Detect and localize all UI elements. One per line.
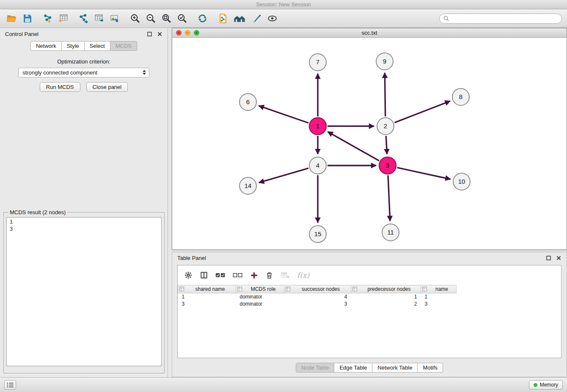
tab-mcds[interactable]: MCDS (110, 41, 137, 51)
graph-node-7[interactable]: 7 (309, 54, 326, 71)
graph-edge-2-3[interactable] (386, 136, 387, 154)
function-builder-button[interactable]: f(x) (297, 271, 309, 279)
tab-network[interactable]: Network (30, 41, 62, 51)
graph-node-3[interactable]: 3 (379, 157, 396, 174)
tab-node-table[interactable]: Node Table (296, 363, 335, 373)
tab-edge-table[interactable]: Edge Table (334, 363, 372, 373)
graph-edge-4-14[interactable] (259, 168, 308, 182)
select-all-button[interactable] (215, 272, 226, 278)
zoom-out-button[interactable] (144, 12, 157, 25)
float-panel-icon[interactable] (147, 31, 152, 37)
svg-text:4: 4 (316, 162, 319, 169)
column-header-name[interactable]: name (421, 285, 457, 293)
table-row[interactable]: 3dominator323 (178, 301, 457, 308)
export-network-button[interactable] (77, 12, 90, 25)
network-window-titlebar[interactable]: × − + scc.txt (172, 28, 567, 38)
style-brush-icon (251, 13, 262, 24)
table-settings-button[interactable] (184, 271, 193, 279)
close-window-icon[interactable]: × (176, 30, 182, 36)
table-row[interactable]: 1dominator411 (178, 293, 457, 301)
graph-node-8[interactable]: 8 (452, 88, 469, 105)
export-image-button[interactable] (108, 12, 121, 25)
table-cell[interactable]: 1 (421, 293, 457, 301)
table-cell[interactable]: dominator (236, 301, 284, 308)
zoom-fit-button[interactable] (160, 12, 173, 25)
delete-table-button[interactable] (281, 271, 290, 279)
graph-node-9[interactable]: 9 (376, 53, 393, 70)
trash-icon (265, 271, 273, 279)
graph-node-14[interactable]: 14 (239, 177, 256, 194)
table-cell[interactable]: 1 (351, 293, 421, 301)
refresh-view-button[interactable] (196, 12, 209, 25)
zoom-window-icon[interactable]: + (194, 30, 199, 36)
float-table-panel-icon[interactable] (546, 255, 551, 261)
graph-node-4[interactable]: 4 (309, 157, 326, 174)
export-table-icon (94, 13, 105, 24)
network-view-window: × − + scc.txt 7968124314101511 (172, 28, 567, 250)
unselect-all-icon (233, 272, 243, 278)
clone-network-button[interactable] (216, 12, 229, 25)
save-session-button[interactable] (21, 12, 33, 25)
graph-edge-3-1[interactable] (328, 132, 379, 160)
run-mcds-button[interactable]: Run MCDS (40, 82, 80, 92)
column-header-predecessor-nodes[interactable]: predecessor nodes (351, 285, 421, 293)
table-cell[interactable]: 3 (284, 301, 351, 308)
graph-edge-2-8[interactable] (394, 101, 450, 123)
table-cell[interactable]: 4 (284, 293, 351, 301)
import-table-button[interactable] (57, 12, 69, 25)
search-box[interactable] (439, 14, 562, 24)
column-header-shared-name[interactable]: shared name (178, 285, 236, 293)
delete-row-button[interactable] (265, 271, 273, 279)
result-item[interactable]: 3 (10, 225, 158, 232)
graph-node-15[interactable]: 15 (309, 226, 326, 243)
graph-node-2[interactable]: 2 (377, 118, 394, 135)
export-table-button[interactable] (93, 12, 105, 25)
show-columns-button[interactable] (200, 271, 208, 279)
control-panel-header: Control Panel (0, 28, 168, 40)
zoom-selected-button[interactable] (176, 12, 188, 25)
graph-edge-1-6[interactable] (259, 106, 309, 123)
close-panel-button[interactable]: Close panel (86, 82, 128, 92)
control-panel-tabs: NetworkStyleSelectMCDS (0, 41, 168, 51)
column-header-mcds-role[interactable]: MCDS role (236, 285, 284, 293)
svg-text:7: 7 (316, 58, 319, 66)
network-graph[interactable]: 7968124314101511 (172, 38, 567, 250)
zoom-in-button[interactable] (129, 12, 141, 25)
close-table-panel-icon[interactable] (556, 255, 561, 261)
import-network-button[interactable] (41, 12, 54, 25)
tab-motifs[interactable]: Motifs (418, 363, 443, 373)
task-history-button[interactable] (4, 380, 16, 389)
graph-node-6[interactable]: 6 (239, 94, 256, 110)
result-item[interactable]: 1 (10, 218, 158, 225)
optimization-select[interactable]: strongly connected component (18, 68, 149, 77)
column-header-successor-nodes[interactable]: successor nodes (284, 285, 351, 293)
table-cell[interactable]: dominator (236, 293, 284, 301)
table-cell[interactable]: 3 (421, 301, 457, 308)
mcds-result-list[interactable]: 13 (6, 217, 162, 366)
close-panel-icon[interactable] (157, 31, 162, 37)
apply-style-button[interactable] (250, 12, 263, 25)
table-cell[interactable]: 1 (178, 293, 236, 301)
graph-node-10[interactable]: 10 (453, 173, 470, 190)
table-cell[interactable]: 2 (351, 301, 421, 308)
graph-node-1[interactable]: 1 (309, 118, 326, 135)
unselect-all-button[interactable] (233, 272, 243, 278)
tab-style[interactable]: Style (62, 41, 85, 51)
memory-button[interactable]: Memory (529, 380, 563, 389)
table-cell[interactable]: 3 (178, 301, 236, 308)
graph-node-11[interactable]: 11 (382, 224, 399, 241)
graph-edge-3-10[interactable] (397, 168, 450, 179)
graph-edge-3-11[interactable] (388, 175, 390, 221)
show-hide-details-button[interactable] (266, 12, 278, 25)
search-input[interactable] (451, 15, 558, 22)
add-row-button[interactable] (250, 271, 258, 279)
column-label: predecessor nodes (367, 286, 410, 292)
svg-text:1: 1 (316, 122, 319, 130)
tab-network-table[interactable]: Network Table (372, 363, 418, 373)
home-view-button[interactable] (232, 12, 247, 25)
open-session-button[interactable] (5, 12, 18, 25)
tab-select[interactable]: Select (85, 41, 110, 51)
control-panel-title: Control Panel (5, 31, 39, 37)
minimize-window-icon[interactable]: − (185, 30, 190, 36)
graph-edge-2-9[interactable] (385, 73, 385, 116)
